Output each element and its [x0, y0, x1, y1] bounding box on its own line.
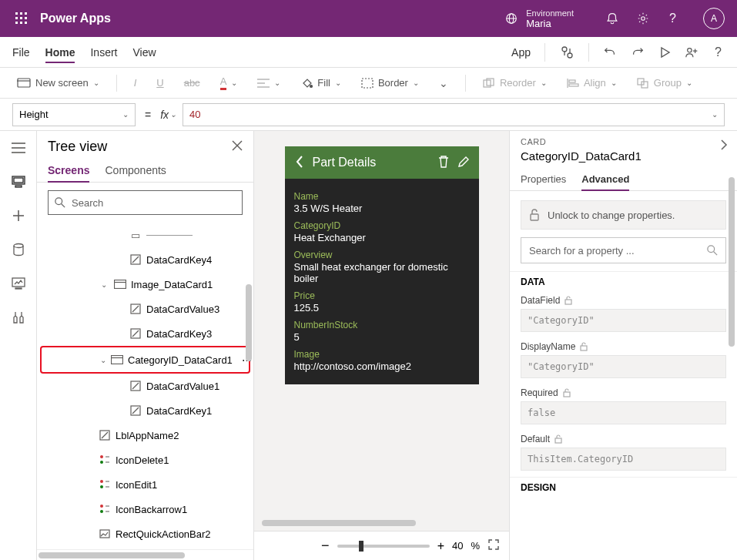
waffle-icon[interactable]: [6, 0, 37, 37]
tree-item[interactable]: DataCardValue3: [37, 297, 253, 321]
svg-rect-51: [131, 329, 140, 338]
environment-name: Maria: [526, 18, 574, 29]
zoom-in-button[interactable]: +: [437, 539, 444, 553]
rail-data-icon[interactable]: [9, 240, 28, 259]
help-menubar-icon[interactable]: ?: [714, 45, 725, 59]
form-header: Part Details: [285, 146, 479, 179]
menu-file[interactable]: File: [12, 46, 30, 59]
tree-item[interactable]: DataCardKey3: [37, 321, 253, 346]
user-avatar[interactable]: A: [703, 8, 725, 29]
formula-expand-icon[interactable]: ⌄: [712, 110, 718, 119]
svg-rect-0: [15, 12, 18, 15]
rail-tools-icon[interactable]: [9, 308, 28, 327]
canvas-area: Part Details Name 3.5 W/S Heater Categor…: [254, 131, 509, 560]
group-button[interactable]: Group⌄: [632, 74, 697, 92]
menu-bar: File Home Insert View App ?: [0, 37, 737, 68]
svg-rect-3: [15, 17, 18, 19]
app-preview[interactable]: Part Details Name 3.5 W/S Heater Categor…: [285, 146, 479, 384]
field-value: 3.5 W/S Heater: [294, 203, 470, 214]
underline-button[interactable]: U: [152, 74, 168, 92]
new-screen-button[interactable]: New screen⌄: [12, 74, 104, 92]
tree-scrollbar[interactable]: [246, 284, 252, 361]
notifications-icon[interactable]: [605, 11, 620, 26]
props-tab-properties[interactable]: Properties: [521, 173, 566, 190]
field-label: Name: [294, 191, 470, 202]
tree-item[interactable]: IconBackarrow1: [37, 497, 253, 521]
card-name: CategoryID_DataCard1: [521, 149, 726, 163]
fx-button[interactable]: fx⌄: [160, 109, 176, 121]
menu-app[interactable]: App: [511, 46, 531, 59]
menu-view[interactable]: View: [132, 46, 156, 59]
svg-point-15: [568, 53, 572, 58]
share-icon[interactable]: [685, 45, 700, 59]
format-options-button[interactable]: ⌄: [434, 74, 453, 92]
rail-hamburger-icon[interactable]: [9, 139, 28, 157]
tree-h-scrollbar[interactable]: [37, 549, 253, 560]
tree-view-panel: Tree view Screens Components Search ▭ Da…: [37, 131, 254, 560]
environment-selector[interactable]: Environment Maria: [504, 8, 574, 29]
tree-search-input[interactable]: Search: [48, 190, 243, 215]
tree-item[interactable]: ▭: [37, 223, 253, 247]
tree-item[interactable]: RectQuickActionBar2: [37, 521, 253, 546]
formula-input[interactable]: 40 ⌄: [183, 103, 725, 126]
props-scrollbar[interactable]: [729, 177, 735, 347]
tree-item[interactable]: DataCardKey4: [37, 247, 253, 272]
menu-insert[interactable]: Insert: [90, 46, 117, 59]
svg-rect-7: [20, 22, 22, 24]
tree-item[interactable]: DataCardKey1: [37, 398, 253, 423]
rail-media-icon[interactable]: [9, 274, 28, 293]
back-arrow-icon[interactable]: [294, 155, 305, 171]
prop-value[interactable]: ThisItem.CategoryID: [521, 448, 726, 471]
tree-item[interactable]: LblAppName2: [37, 423, 253, 448]
property-dropdown[interactable]: Height⌄: [12, 103, 136, 126]
align-button[interactable]: Align⌄: [562, 74, 621, 92]
delete-icon[interactable]: [437, 155, 450, 171]
tree-item[interactable]: DataCardValue1: [37, 374, 253, 398]
edit-icon[interactable]: [457, 156, 470, 170]
section-data: DATA: [510, 271, 737, 292]
settings-icon[interactable]: [635, 11, 651, 26]
svg-rect-18: [18, 79, 30, 87]
tree-item[interactable]: IconDelete1: [37, 448, 253, 472]
tab-components[interactable]: Components: [105, 159, 166, 182]
props-tab-advanced[interactable]: Advanced: [581, 173, 629, 191]
svg-rect-2: [25, 12, 27, 15]
fill-button[interactable]: Fill⌄: [296, 74, 346, 92]
fit-screen-icon[interactable]: [487, 538, 500, 553]
svg-rect-69: [581, 346, 587, 350]
prop-value[interactable]: "CategoryID": [521, 309, 726, 332]
undo-icon[interactable]: [603, 45, 617, 59]
prop-value[interactable]: "CategoryID": [521, 355, 726, 378]
rail-tree-icon[interactable]: [9, 173, 28, 191]
text-align-button[interactable]: ⌄: [253, 75, 285, 91]
italic-button[interactable]: I: [129, 74, 142, 92]
canvas-h-scrollbar[interactable]: [262, 520, 501, 531]
zoom-slider[interactable]: [337, 545, 430, 548]
unlock-bar[interactable]: Unlock to change properties.: [521, 200, 726, 230]
rail-insert-icon[interactable]: [9, 206, 28, 225]
border-button[interactable]: Border⌄: [357, 74, 424, 92]
redo-icon[interactable]: [631, 45, 645, 59]
left-rail: [0, 131, 37, 560]
tree-item[interactable]: ⌄Image_DataCard1: [37, 272, 253, 297]
card-select-icon[interactable]: [720, 139, 728, 153]
tab-screens[interactable]: Screens: [48, 159, 89, 183]
svg-point-57: [100, 455, 103, 458]
zoom-out-button[interactable]: −: [321, 538, 330, 554]
play-icon[interactable]: [658, 46, 671, 59]
tree-item-selected[interactable]: ⌄CategoryID_DataCard1⋯: [42, 347, 249, 372]
strikethrough-button[interactable]: abc: [179, 74, 205, 92]
app-checker-icon[interactable]: [559, 45, 575, 60]
field-label: CategoryID: [294, 220, 470, 231]
prop-value[interactable]: false: [521, 401, 726, 424]
tree-close-icon[interactable]: [232, 140, 243, 154]
svg-rect-30: [638, 79, 644, 85]
font-color-button[interactable]: A ⌄: [216, 72, 243, 93]
property-search-input[interactable]: Search for a property ...: [521, 237, 726, 263]
help-icon[interactable]: ?: [666, 11, 682, 26]
properties-panel: CARD CategoryID_DataCard1 Properties Adv…: [509, 131, 737, 560]
tree-item[interactable]: IconEdit1: [37, 472, 253, 497]
menu-home[interactable]: Home: [45, 46, 75, 63]
formula-bar: Height⌄ = fx⌄ 40 ⌄: [0, 99, 737, 131]
reorder-button[interactable]: Reorder⌄: [478, 74, 551, 92]
